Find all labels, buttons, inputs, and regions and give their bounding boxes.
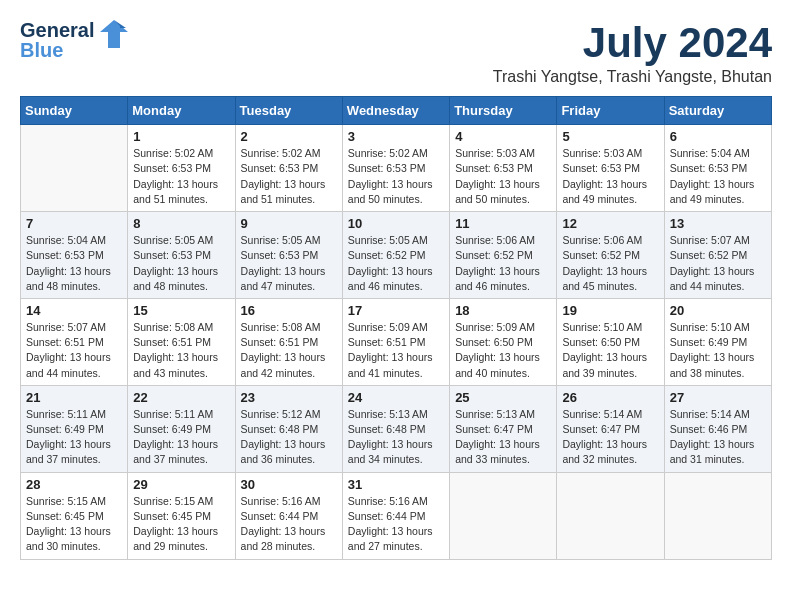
day-number: 19 [562, 303, 658, 318]
day-info: Sunrise: 5:09 AMSunset: 6:51 PMDaylight:… [348, 320, 444, 381]
day-number: 20 [670, 303, 766, 318]
calendar-cell: 1Sunrise: 5:02 AMSunset: 6:53 PMDaylight… [128, 125, 235, 212]
weekday-header-row: SundayMondayTuesdayWednesdayThursdayFrid… [21, 97, 772, 125]
calendar-cell: 30Sunrise: 5:16 AMSunset: 6:44 PMDayligh… [235, 472, 342, 559]
day-info: Sunrise: 5:02 AMSunset: 6:53 PMDaylight:… [348, 146, 444, 207]
day-info: Sunrise: 5:08 AMSunset: 6:51 PMDaylight:… [133, 320, 229, 381]
calendar-cell: 12Sunrise: 5:06 AMSunset: 6:52 PMDayligh… [557, 212, 664, 299]
calendar-cell [664, 472, 771, 559]
calendar-cell: 13Sunrise: 5:07 AMSunset: 6:52 PMDayligh… [664, 212, 771, 299]
calendar-cell: 7Sunrise: 5:04 AMSunset: 6:53 PMDaylight… [21, 212, 128, 299]
day-number: 30 [241, 477, 337, 492]
calendar-cell [557, 472, 664, 559]
day-number: 15 [133, 303, 229, 318]
day-number: 10 [348, 216, 444, 231]
day-number: 6 [670, 129, 766, 144]
day-info: Sunrise: 5:04 AMSunset: 6:53 PMDaylight:… [26, 233, 122, 294]
calendar-cell: 11Sunrise: 5:06 AMSunset: 6:52 PMDayligh… [450, 212, 557, 299]
day-number: 2 [241, 129, 337, 144]
svg-marker-0 [100, 20, 128, 48]
calendar-cell: 18Sunrise: 5:09 AMSunset: 6:50 PMDayligh… [450, 298, 557, 385]
logo: General Blue [20, 20, 128, 60]
page-header: General Blue July 2024 Trashi Yangtse, T… [20, 20, 772, 86]
calendar-cell: 26Sunrise: 5:14 AMSunset: 6:47 PMDayligh… [557, 385, 664, 472]
day-info: Sunrise: 5:02 AMSunset: 6:53 PMDaylight:… [133, 146, 229, 207]
day-number: 22 [133, 390, 229, 405]
location-title: Trashi Yangtse, Trashi Yangste, Bhutan [493, 68, 772, 86]
calendar-cell: 23Sunrise: 5:12 AMSunset: 6:48 PMDayligh… [235, 385, 342, 472]
day-info: Sunrise: 5:14 AMSunset: 6:47 PMDaylight:… [562, 407, 658, 468]
calendar-week-row: 21Sunrise: 5:11 AMSunset: 6:49 PMDayligh… [21, 385, 772, 472]
day-info: Sunrise: 5:05 AMSunset: 6:52 PMDaylight:… [348, 233, 444, 294]
day-info: Sunrise: 5:15 AMSunset: 6:45 PMDaylight:… [133, 494, 229, 555]
day-info: Sunrise: 5:07 AMSunset: 6:51 PMDaylight:… [26, 320, 122, 381]
calendar-cell: 27Sunrise: 5:14 AMSunset: 6:46 PMDayligh… [664, 385, 771, 472]
calendar-cell: 4Sunrise: 5:03 AMSunset: 6:53 PMDaylight… [450, 125, 557, 212]
month-title: July 2024 [493, 20, 772, 66]
day-info: Sunrise: 5:11 AMSunset: 6:49 PMDaylight:… [26, 407, 122, 468]
day-info: Sunrise: 5:03 AMSunset: 6:53 PMDaylight:… [562, 146, 658, 207]
weekday-header-wednesday: Wednesday [342, 97, 449, 125]
day-number: 12 [562, 216, 658, 231]
day-number: 25 [455, 390, 551, 405]
day-number: 21 [26, 390, 122, 405]
calendar-cell: 22Sunrise: 5:11 AMSunset: 6:49 PMDayligh… [128, 385, 235, 472]
day-number: 1 [133, 129, 229, 144]
calendar-cell: 9Sunrise: 5:05 AMSunset: 6:53 PMDaylight… [235, 212, 342, 299]
day-info: Sunrise: 5:03 AMSunset: 6:53 PMDaylight:… [455, 146, 551, 207]
day-number: 17 [348, 303, 444, 318]
calendar-cell [21, 125, 128, 212]
day-number: 28 [26, 477, 122, 492]
day-number: 13 [670, 216, 766, 231]
day-number: 7 [26, 216, 122, 231]
logo-bird-icon [100, 18, 128, 54]
day-info: Sunrise: 5:13 AMSunset: 6:48 PMDaylight:… [348, 407, 444, 468]
calendar-cell: 15Sunrise: 5:08 AMSunset: 6:51 PMDayligh… [128, 298, 235, 385]
day-info: Sunrise: 5:15 AMSunset: 6:45 PMDaylight:… [26, 494, 122, 555]
calendar-cell: 10Sunrise: 5:05 AMSunset: 6:52 PMDayligh… [342, 212, 449, 299]
day-info: Sunrise: 5:10 AMSunset: 6:49 PMDaylight:… [670, 320, 766, 381]
calendar-cell: 5Sunrise: 5:03 AMSunset: 6:53 PMDaylight… [557, 125, 664, 212]
day-info: Sunrise: 5:14 AMSunset: 6:46 PMDaylight:… [670, 407, 766, 468]
calendar-cell: 19Sunrise: 5:10 AMSunset: 6:50 PMDayligh… [557, 298, 664, 385]
day-info: Sunrise: 5:16 AMSunset: 6:44 PMDaylight:… [241, 494, 337, 555]
weekday-header-sunday: Sunday [21, 97, 128, 125]
day-info: Sunrise: 5:06 AMSunset: 6:52 PMDaylight:… [562, 233, 658, 294]
calendar-week-row: 1Sunrise: 5:02 AMSunset: 6:53 PMDaylight… [21, 125, 772, 212]
day-number: 26 [562, 390, 658, 405]
calendar-cell: 6Sunrise: 5:04 AMSunset: 6:53 PMDaylight… [664, 125, 771, 212]
calendar-cell: 29Sunrise: 5:15 AMSunset: 6:45 PMDayligh… [128, 472, 235, 559]
calendar-cell: 21Sunrise: 5:11 AMSunset: 6:49 PMDayligh… [21, 385, 128, 472]
calendar-week-row: 7Sunrise: 5:04 AMSunset: 6:53 PMDaylight… [21, 212, 772, 299]
day-number: 31 [348, 477, 444, 492]
logo-blue: Blue [20, 40, 94, 60]
calendar-cell: 17Sunrise: 5:09 AMSunset: 6:51 PMDayligh… [342, 298, 449, 385]
day-number: 16 [241, 303, 337, 318]
calendar-week-row: 14Sunrise: 5:07 AMSunset: 6:51 PMDayligh… [21, 298, 772, 385]
day-number: 9 [241, 216, 337, 231]
day-info: Sunrise: 5:06 AMSunset: 6:52 PMDaylight:… [455, 233, 551, 294]
calendar-cell: 14Sunrise: 5:07 AMSunset: 6:51 PMDayligh… [21, 298, 128, 385]
day-info: Sunrise: 5:07 AMSunset: 6:52 PMDaylight:… [670, 233, 766, 294]
calendar-cell: 28Sunrise: 5:15 AMSunset: 6:45 PMDayligh… [21, 472, 128, 559]
weekday-header-monday: Monday [128, 97, 235, 125]
logo-general: General [20, 20, 94, 40]
day-number: 4 [455, 129, 551, 144]
day-number: 29 [133, 477, 229, 492]
calendar-week-row: 28Sunrise: 5:15 AMSunset: 6:45 PMDayligh… [21, 472, 772, 559]
day-number: 23 [241, 390, 337, 405]
day-info: Sunrise: 5:02 AMSunset: 6:53 PMDaylight:… [241, 146, 337, 207]
day-info: Sunrise: 5:10 AMSunset: 6:50 PMDaylight:… [562, 320, 658, 381]
weekday-header-friday: Friday [557, 97, 664, 125]
day-number: 24 [348, 390, 444, 405]
day-info: Sunrise: 5:04 AMSunset: 6:53 PMDaylight:… [670, 146, 766, 207]
day-info: Sunrise: 5:11 AMSunset: 6:49 PMDaylight:… [133, 407, 229, 468]
calendar-cell: 31Sunrise: 5:16 AMSunset: 6:44 PMDayligh… [342, 472, 449, 559]
calendar-cell: 8Sunrise: 5:05 AMSunset: 6:53 PMDaylight… [128, 212, 235, 299]
calendar-cell: 16Sunrise: 5:08 AMSunset: 6:51 PMDayligh… [235, 298, 342, 385]
day-number: 18 [455, 303, 551, 318]
day-number: 11 [455, 216, 551, 231]
weekday-header-tuesday: Tuesday [235, 97, 342, 125]
day-number: 3 [348, 129, 444, 144]
day-number: 5 [562, 129, 658, 144]
